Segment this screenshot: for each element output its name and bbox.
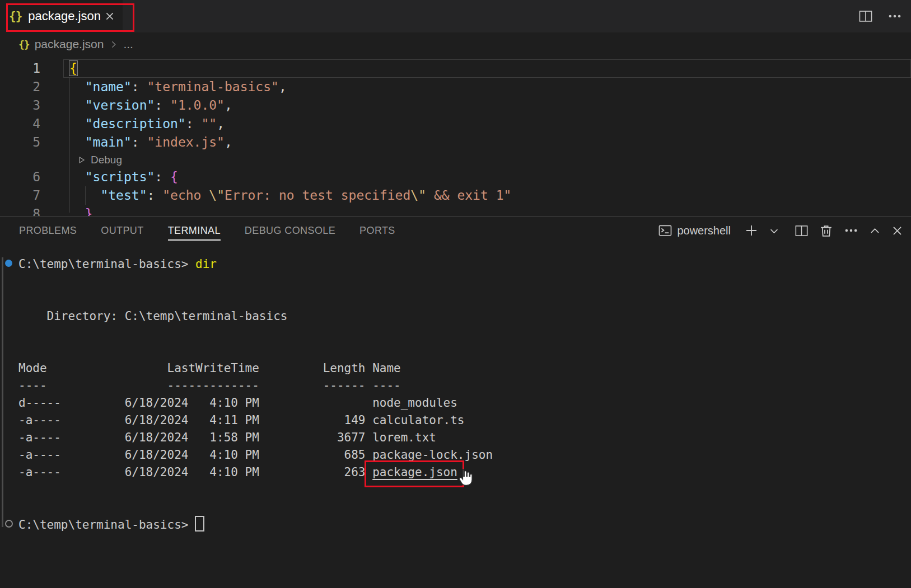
code-line[interactable]: 7 "test": "echo \"Error: no test specifi… [0, 186, 911, 205]
editor-actions [858, 0, 911, 32]
line-content: "version": "1.0.0", [63, 96, 911, 115]
vscode-window: {} package.json {} package.json ... 1{2 … [0, 0, 911, 588]
panel-tab-output[interactable]: OUTPUT [101, 217, 143, 244]
split-terminal-icon[interactable] [795, 224, 809, 238]
trash-icon[interactable] [819, 224, 833, 238]
terminal-file-link-package-json[interactable]: package.json [372, 464, 457, 481]
json-braces-icon: {} [18, 39, 30, 50]
terminal-row: -a---- 6/18/2024 4:11 PM 149 calculator.… [18, 412, 911, 429]
terminal-icon [658, 224, 672, 237]
more-actions-icon[interactable] [887, 9, 902, 23]
terminal-row: ---- ------------- ------ ---- [18, 377, 911, 394]
terminal-row: -a---- 6/18/2024 1:58 PM 3677 lorem.txt [18, 429, 911, 446]
line-content: "description": "", [63, 115, 911, 133]
close-icon[interactable] [102, 9, 117, 23]
command-block-guide [2, 257, 3, 527]
terminal-row: -a---- 6/18/2024 4:10 PM 685 package-loc… [18, 446, 911, 464]
shell-label: powershell [677, 224, 731, 237]
plus-icon[interactable] [745, 224, 758, 237]
panel-tab-debug-console[interactable]: DEBUG CONSOLE [245, 217, 335, 244]
command-success-decoration-icon[interactable] [5, 260, 12, 267]
terminal-row [18, 498, 911, 516]
terminal-row: Directory: C:\temp\terminal-basics [18, 308, 911, 325]
code-line[interactable]: 2 "name": "terminal-basics", [0, 78, 911, 96]
panel-tab-terminal[interactable]: TERMINAL [168, 217, 221, 244]
terminal-row [18, 273, 911, 290]
json-braces-icon: {} [9, 10, 22, 23]
terminal-row [18, 325, 911, 342]
terminal-row: d----- 6/18/2024 4:10 PM node_modules [18, 394, 911, 412]
line-number: 6 [0, 168, 63, 186]
line-content: "main": "index.js", [63, 133, 911, 152]
chevron-right-icon [109, 40, 118, 49]
line-number: 2 [0, 78, 63, 96]
terminal-instance-powershell[interactable]: powershell [658, 224, 734, 237]
terminal-row [18, 290, 911, 308]
terminal-row [18, 342, 911, 360]
line-number: 5 [0, 133, 63, 152]
more-actions-icon[interactable] [844, 223, 858, 238]
code-line[interactable]: 8 } [0, 205, 911, 216]
codelens-debug[interactable]: Debug [0, 152, 911, 168]
terminal-output-area[interactable]: C:\temp\terminal-basics> dir Directory: … [0, 244, 911, 533]
split-editor-icon[interactable] [858, 9, 873, 23]
line-number: 4 [0, 115, 63, 133]
editor-tab-bar: {} package.json [0, 0, 911, 32]
panel-actions: powershell [658, 223, 903, 238]
line-number: 1 [0, 59, 63, 78]
terminal-cursor [195, 516, 204, 531]
terminal-prompt-row: C:\temp\terminal-basics> [18, 516, 911, 533]
terminal-row: Mode LastWriteTime Length Name [18, 360, 911, 377]
code-line[interactable]: 6 "scripts": { [0, 168, 911, 186]
breadcrumb-file[interactable]: package.json [35, 37, 104, 51]
line-content: } [63, 205, 911, 216]
chevron-down-icon[interactable] [769, 225, 779, 236]
code-line[interactable]: 4 "description": "", [0, 115, 911, 133]
line-number: 8 [0, 205, 63, 216]
tab-package-json[interactable]: {} package.json [0, 0, 123, 32]
play-icon [77, 156, 86, 164]
line-content: "scripts": { [63, 168, 911, 186]
code-line[interactable]: 5 "main": "index.js", [0, 133, 911, 152]
panel-tab-problems[interactable]: PROBLEMS [19, 217, 77, 244]
close-icon[interactable] [891, 225, 903, 237]
breadcrumb-ellipsis[interactable]: ... [123, 37, 133, 51]
bottom-panel: PROBLEMSOUTPUTTERMINALDEBUG CONSOLEPORTS… [0, 216, 911, 588]
terminal-rows: C:\temp\terminal-basics> dir Directory: … [18, 256, 911, 533]
panel-header: PROBLEMSOUTPUTTERMINALDEBUG CONSOLEPORTS… [0, 217, 911, 244]
terminal-row [18, 481, 911, 498]
line-content: "name": "terminal-basics", [63, 78, 911, 96]
line-number: 3 [0, 96, 63, 115]
editor-lines: 1{2 "name": "terminal-basics",3 "version… [0, 59, 911, 216]
line-content: { [63, 59, 911, 78]
terminal-command-text: dir [195, 257, 217, 271]
chevron-up-icon[interactable] [869, 225, 881, 237]
line-content: "test": "echo \"Error: no test specified… [63, 186, 911, 205]
terminal-command-row: C:\temp\terminal-basics> dir [18, 256, 911, 273]
panel-tab-ports[interactable]: PORTS [359, 217, 395, 244]
breadcrumb: {} package.json ... [0, 32, 911, 56]
terminal-row: -a---- 6/18/2024 4:10 PM 263 package.jso… [18, 464, 911, 481]
tab-label: package.json [28, 9, 102, 23]
command-pending-decoration-icon [5, 520, 13, 528]
editor-code-area[interactable]: 1{2 "name": "terminal-basics",3 "version… [0, 56, 911, 216]
code-line[interactable]: 3 "version": "1.0.0", [0, 96, 911, 115]
panel-tabs: PROBLEMSOUTPUTTERMINALDEBUG CONSOLEPORTS [19, 217, 395, 244]
code-line[interactable]: 1{ [0, 59, 911, 78]
line-number: 7 [0, 186, 63, 205]
